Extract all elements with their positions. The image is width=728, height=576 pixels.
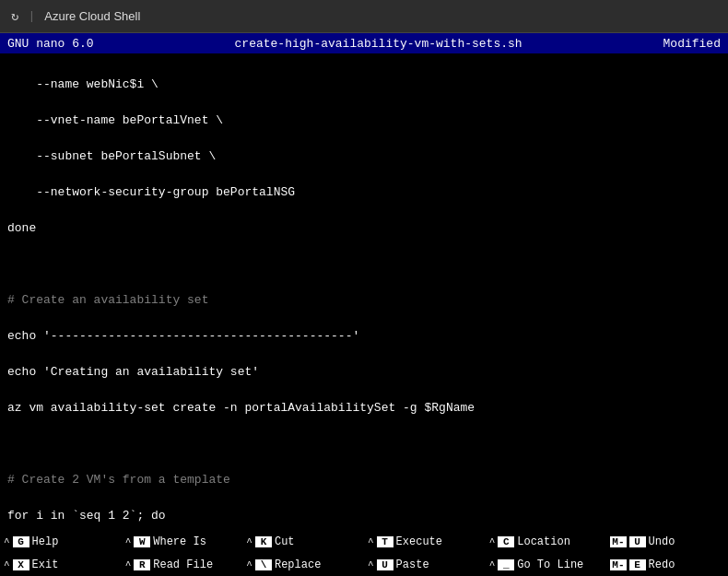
refresh-icon[interactable]: ↻ [11,8,18,24]
location-label: Location [517,535,570,548]
key-hat: ^ [368,559,374,570]
key-hat: ^ [125,559,132,570]
key-hat: ^ [4,536,10,547]
exit-label: Exit [32,558,59,571]
undo-label: Undo [649,535,675,548]
redo-label: Redo [649,558,675,571]
key-t: T [377,536,393,547]
nano-filename: create-high-availability-vm-with-sets.sh [235,37,523,51]
editor-line: --network-security-group bePortalNSG [7,183,721,202]
key-hat: ^ [489,536,496,547]
whereis-shortcut[interactable]: ^W Where Is [122,530,243,553]
editor-line: done [7,219,721,238]
key-m: M- [610,536,626,547]
key-hat: ^ [368,536,374,547]
editor-line: --subnet bePortalSubnet \ [7,147,721,166]
exit-shortcut[interactable]: ^X Exit [0,553,122,576]
key-k: K [255,536,272,547]
title-bar: ↻ | Azure Cloud Shell [0,0,728,33]
undo-shortcut[interactable]: M-U Undo [606,530,728,553]
key-g: G [13,536,29,547]
key-backslash: \ [255,559,272,570]
cut-shortcut[interactable]: ^K Cut [242,530,364,553]
readfile-shortcut[interactable]: ^R Read File [122,553,243,576]
separator: | [28,9,35,23]
help-label: Help [32,535,59,548]
key-u: U [629,536,646,547]
key-m2: M- [610,559,626,570]
key-hat: ^ [125,536,132,547]
key-hat: ^ [246,536,252,547]
replace-shortcut[interactable]: ^\ Replace [242,553,364,576]
editor-line: echo 'Creating an availability set' [7,363,721,382]
key-e: E [629,559,646,570]
paste-shortcut[interactable]: ^U Paste [364,553,486,576]
key-hat: ^ [4,559,10,570]
key-underscore: _ [498,559,514,570]
nano-header: GNU nano 6.0 create-high-availability-vm… [0,33,728,53]
editor-line: --vnet-name bePortalVnet \ [7,112,721,130]
cut-label: Cut [275,535,295,548]
redo-shortcut[interactable]: M-E Redo [606,553,728,576]
window-title: Azure Cloud Shell [44,9,140,23]
nano-status: Modified [663,37,721,51]
gotoline-label: Go To Line [517,558,583,571]
key-x: X [13,559,29,570]
editor-line: for i in `seq 1 2`; do [7,507,721,525]
key-hat: ^ [246,559,252,570]
execute-shortcut[interactable]: ^T Execute [364,530,486,553]
editor-line: # Create an availability set [7,291,721,310]
editor-area[interactable]: --name webNic$i \ --vnet-name bePortalVn… [0,53,728,530]
editor-line: az vm availability-set create -n portalA… [7,399,721,417]
bottom-bar: ^G Help ^W Where Is ^K Cut ^T Execute ^C… [0,530,728,576]
editor-line: # Create 2 VM's from a template [7,471,721,489]
paste-label: Paste [396,558,429,571]
editor-line [7,435,721,453]
help-shortcut[interactable]: ^G Help [0,530,122,553]
key-hat: ^ [489,559,496,570]
gotoline-shortcut[interactable]: ^_ Go To Line [486,553,607,576]
key-r: R [134,559,150,570]
readfile-label: Read File [153,558,213,571]
key-u2: U [377,559,393,570]
replace-label: Replace [275,558,321,571]
key-w: W [134,536,150,547]
key-c: C [498,536,514,547]
editor-line [7,255,721,274]
execute-label: Execute [396,535,442,548]
location-shortcut[interactable]: ^C Location [486,530,607,553]
editor-line: --name webNic$i \ [7,76,721,94]
editor-line: echo '----------------------------------… [7,327,721,346]
nano-version: GNU nano 6.0 [7,37,94,51]
whereis-label: Where Is [153,535,206,548]
